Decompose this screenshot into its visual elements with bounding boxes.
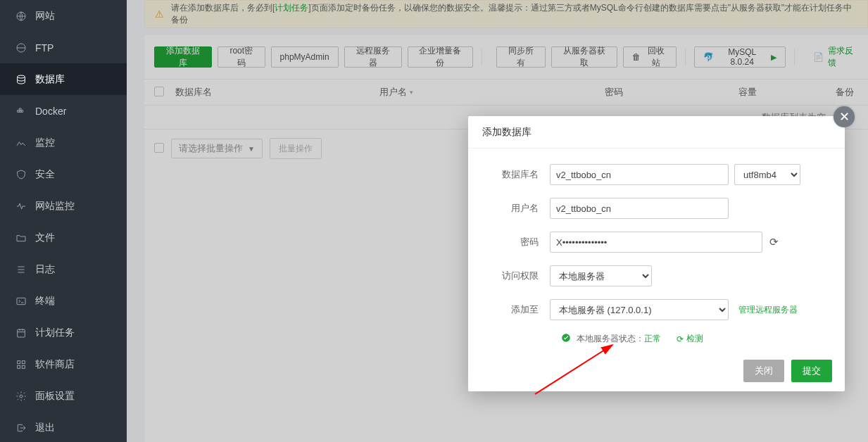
sidebar-item-label: FTP: [35, 42, 54, 53]
modal-body: 数据库名 utf8mb4 用户名 密码 ⟳ 访问权限 本地服务器 添加至: [468, 149, 845, 351]
sidebar-item-label: Docker: [35, 106, 66, 117]
grid-icon: [15, 359, 27, 370]
manage-remote-link[interactable]: 管理远程服务器: [738, 304, 798, 316]
status-value: 正常: [644, 334, 661, 343]
svg-rect-4: [18, 329, 25, 337]
sidebar-item-label: 软件商店: [35, 358, 75, 371]
access-select[interactable]: 本地服务器: [550, 265, 652, 286]
list-icon: [15, 264, 27, 275]
globe-icon: [15, 11, 27, 22]
sidebar-item-store[interactable]: 软件商店: [0, 348, 127, 380]
sidebar-item-label: 退出: [35, 422, 55, 434]
sidebar: 网站 FTP 数据库 Docker 监控 安全 网站监控 文件 日志 终端 计划…: [0, 0, 127, 442]
sidebar-item-logout[interactable]: 退出: [0, 412, 127, 442]
modal-close-footer-button[interactable]: 关闭: [743, 360, 784, 382]
addto-select[interactable]: 本地服务器 (127.0.0.1): [550, 299, 729, 320]
refresh-icon: ⟳: [677, 334, 684, 344]
sidebar-item-logs[interactable]: 日志: [0, 253, 127, 285]
charset-select[interactable]: utf8mb4: [734, 164, 800, 185]
sidebar-item-label: 文件: [35, 232, 55, 244]
label-db-name: 数据库名: [485, 168, 550, 181]
refresh-password-button[interactable]: ⟳: [769, 236, 779, 248]
server-status-row: 本地服务器状态：正常 ⟳ 检测: [561, 333, 828, 345]
sidebar-item-label: 日志: [35, 263, 55, 276]
sidebar-item-label: 终端: [35, 295, 55, 308]
check-circle-icon: [561, 333, 571, 345]
terminal-icon: [15, 296, 27, 307]
shield-icon: [15, 169, 27, 180]
status-prefix: 本地服务器状态：: [577, 334, 644, 343]
folder-icon: [15, 232, 27, 244]
check-status-link[interactable]: ⟳ 检测: [677, 333, 703, 345]
close-icon: ✕: [839, 109, 850, 125]
sidebar-item-security[interactable]: 安全: [0, 158, 127, 190]
ftp-icon: [15, 42, 27, 53]
db-name-input[interactable]: [550, 164, 729, 185]
sidebar-item-label: 网站: [35, 10, 55, 23]
sidebar-item-ftp[interactable]: FTP: [0, 32, 127, 63]
svg-rect-5: [18, 360, 20, 363]
label-addto: 添加至: [485, 303, 550, 316]
sidebar-item-database[interactable]: 数据库: [0, 63, 127, 95]
svg-rect-8: [22, 365, 25, 368]
logout-icon: [15, 422, 27, 434]
label-access: 访问权限: [485, 270, 550, 282]
monitor-icon: [15, 137, 27, 149]
sidebar-item-label: 计划任务: [35, 327, 75, 339]
label-user: 用户名: [485, 202, 550, 215]
sidebar-item-monitor[interactable]: 监控: [0, 127, 127, 158]
sidebar-item-label: 数据库: [35, 73, 65, 86]
svg-rect-6: [22, 360, 25, 363]
sidebar-item-site-monitor[interactable]: 网站监控: [0, 190, 127, 222]
sidebar-item-docker[interactable]: Docker: [0, 95, 127, 127]
modal-title: 添加数据库: [468, 116, 845, 149]
sidebar-item-files[interactable]: 文件: [0, 222, 127, 253]
calendar-icon: [15, 327, 27, 339]
svg-point-9: [20, 395, 23, 398]
user-input[interactable]: [550, 198, 729, 219]
password-input[interactable]: [550, 232, 762, 253]
database-icon: [15, 74, 27, 85]
sidebar-item-settings[interactable]: 面板设置: [0, 380, 127, 412]
pulse-icon: [15, 201, 27, 212]
sidebar-item-label: 面板设置: [35, 390, 75, 403]
sidebar-item-label: 监控: [35, 137, 55, 149]
docker-icon: [15, 106, 27, 117]
label-password: 密码: [485, 236, 550, 248]
sidebar-item-terminal[interactable]: 终端: [0, 285, 127, 317]
sidebar-item-label: 安全: [35, 168, 55, 181]
sidebar-item-crontab[interactable]: 计划任务: [0, 317, 127, 348]
add-database-modal: ✕ 添加数据库 数据库名 utf8mb4 用户名 密码 ⟳ 访问权限 本地服务器: [468, 116, 845, 391]
svg-rect-3: [17, 298, 25, 304]
check-label: 检测: [686, 333, 703, 345]
svg-point-2: [18, 75, 25, 78]
modal-footer: 关闭 提交: [468, 351, 845, 391]
sidebar-item-website[interactable]: 网站: [0, 0, 127, 32]
svg-rect-7: [18, 365, 20, 368]
gear-icon: [15, 391, 27, 402]
refresh-icon: ⟳: [769, 236, 779, 248]
modal-close-button[interactable]: ✕: [834, 106, 855, 127]
sidebar-item-label: 网站监控: [35, 200, 75, 213]
modal-submit-button[interactable]: 提交: [791, 360, 832, 382]
